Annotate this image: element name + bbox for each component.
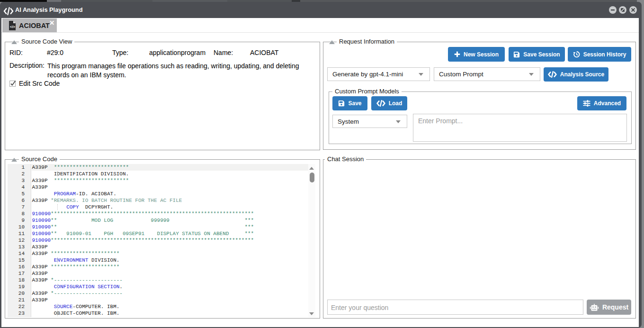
svg-text:</>: </> — [10, 25, 15, 29]
